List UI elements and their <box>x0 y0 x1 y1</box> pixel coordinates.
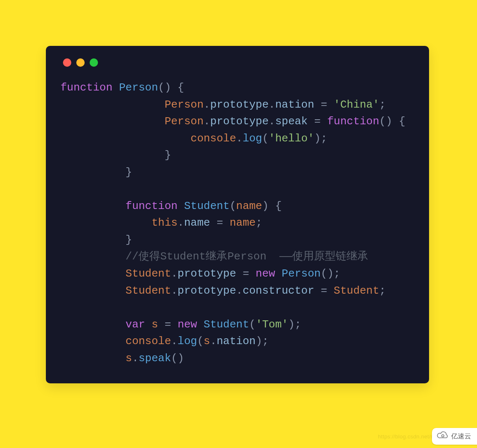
code-token: . <box>203 115 210 128</box>
code-token: nation <box>275 98 314 111</box>
code-token <box>60 200 126 212</box>
traffic-lights <box>63 58 414 67</box>
code-token: 'hello' <box>269 132 314 145</box>
code-token: 'China' <box>334 98 379 111</box>
minimize-icon[interactable] <box>76 58 85 67</box>
code-token: ( <box>197 335 204 347</box>
code-token <box>145 318 152 331</box>
code-token: name <box>230 216 256 229</box>
code-token: ; <box>256 216 262 229</box>
close-icon[interactable] <box>63 58 71 67</box>
code-token: = <box>236 267 256 280</box>
code-token: Person <box>282 267 321 280</box>
code-token: . <box>171 267 178 280</box>
code-token: function <box>327 115 379 128</box>
code-token: nation <box>217 335 256 347</box>
code-token: () { <box>379 115 405 128</box>
code-token: log <box>243 132 262 145</box>
provider-badge: 亿速云 <box>432 428 477 445</box>
code-token <box>197 318 204 331</box>
code-token <box>60 267 126 280</box>
code-block: function Person() { Person.prototype.nat… <box>60 79 414 367</box>
code-token <box>60 132 191 145</box>
code-token: Student <box>203 318 249 331</box>
cloud-icon <box>437 431 449 441</box>
code-token: s <box>203 335 210 347</box>
code-token <box>60 318 126 331</box>
code-token: . <box>132 352 139 365</box>
code-token: Person <box>165 115 204 128</box>
code-token: Student <box>126 267 171 280</box>
code-token <box>113 81 119 94</box>
code-token: . <box>269 115 275 128</box>
code-token: console <box>126 335 171 347</box>
badge-label: 亿速云 <box>451 432 471 441</box>
code-token: s <box>151 318 158 331</box>
code-token: } <box>60 234 132 246</box>
code-token: ( <box>262 132 269 145</box>
code-token <box>178 200 184 212</box>
code-token <box>60 115 165 128</box>
code-token: . <box>210 335 217 347</box>
code-token: name <box>236 200 262 212</box>
code-token: constructor <box>243 284 314 297</box>
code-token <box>60 98 165 111</box>
code-token: . <box>269 98 275 111</box>
code-token: log <box>178 335 197 347</box>
code-token <box>60 335 126 347</box>
code-window: function Person() { Person.prototype.nat… <box>46 46 429 383</box>
code-token: ( <box>249 318 256 331</box>
code-token: = <box>314 284 334 297</box>
code-token: s <box>126 352 132 365</box>
code-token: ); <box>314 132 327 145</box>
code-token: } <box>60 149 171 161</box>
watermark-text: https://blog.csdn.net/m <box>378 433 435 440</box>
code-token: . <box>203 98 210 111</box>
code-token: . <box>171 284 178 297</box>
code-token: prototype <box>178 267 236 280</box>
code-token: = <box>308 115 327 128</box>
code-token: speak <box>275 115 308 128</box>
code-token: Person <box>119 81 158 94</box>
code-token: function <box>126 200 178 212</box>
code-token: //使得Student继承Person ——使用原型链继承 <box>126 250 368 263</box>
code-token: (); <box>321 267 340 280</box>
code-token <box>275 267 282 280</box>
svg-point-0 <box>442 435 444 437</box>
code-token: new <box>256 267 275 280</box>
code-token: function <box>60 81 113 94</box>
code-token: } <box>60 166 132 179</box>
code-token: prototype <box>210 98 269 111</box>
code-token: ; <box>379 284 386 297</box>
code-token <box>60 352 126 365</box>
code-token: var <box>126 318 145 331</box>
code-token: . <box>236 284 243 297</box>
code-token: = <box>314 98 334 111</box>
code-token <box>60 216 151 229</box>
code-token: console <box>191 132 236 145</box>
code-token: = <box>158 318 178 331</box>
code-token: prototype <box>210 115 269 128</box>
code-token: () <box>171 352 184 365</box>
code-token: . <box>171 335 178 347</box>
code-token <box>60 250 126 263</box>
zoom-icon[interactable] <box>90 58 98 67</box>
code-token: ( <box>230 200 236 212</box>
code-token: Person <box>165 98 204 111</box>
code-token: () { <box>158 81 184 94</box>
code-token: ); <box>256 335 269 347</box>
code-token: Student <box>126 284 171 297</box>
code-token: speak <box>138 352 171 365</box>
code-token: ) { <box>262 200 282 212</box>
code-token: . <box>236 132 243 145</box>
code-token: Student <box>184 200 229 212</box>
code-token: 'Tom' <box>256 318 288 331</box>
code-token: . <box>178 216 184 229</box>
code-token: ); <box>288 318 301 331</box>
code-token: this <box>151 216 177 229</box>
code-token: new <box>178 318 197 331</box>
code-token: Student <box>334 284 379 297</box>
code-token: = <box>210 216 230 229</box>
code-token: prototype <box>178 284 236 297</box>
code-token <box>60 284 126 297</box>
